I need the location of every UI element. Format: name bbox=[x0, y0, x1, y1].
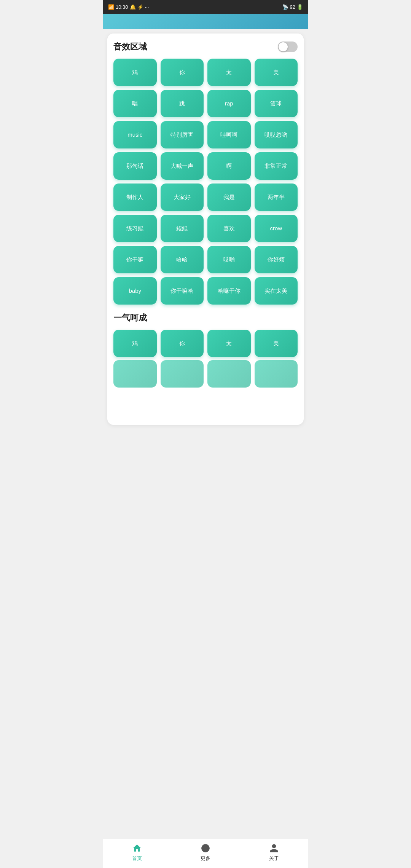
status-bar: 📶 10:30 🔔 ⚡ ··· 📡 92 🔋 bbox=[103, 0, 308, 14]
sound-btn-4[interactable]: 唱 bbox=[113, 90, 157, 117]
sound-btn-13[interactable]: 大喊一声 bbox=[161, 152, 204, 180]
combo-section-title: 一气呵成 bbox=[113, 312, 298, 324]
sound-btn-3[interactable]: 美 bbox=[255, 59, 298, 86]
sound-btn-29[interactable]: 实在太美 bbox=[255, 277, 298, 305]
combo-btn-partial-2 bbox=[207, 360, 251, 388]
sound-btn-18[interactable]: 我是 bbox=[207, 183, 251, 211]
sound-buttons-grid: 鸡 你 太 美 唱 跳 rap 篮球 music 特别厉害 哇呵呵 哎哎忽哟 那… bbox=[113, 59, 298, 305]
sound-btn-20[interactable]: 练习鲲 bbox=[113, 215, 157, 242]
combo-buttons-grid: 鸡 你 太 美 bbox=[113, 330, 298, 357]
battery-level: 92 bbox=[290, 4, 295, 10]
nav-about-label: 关于 bbox=[269, 855, 279, 862]
sound-btn-12[interactable]: 那句话 bbox=[113, 152, 157, 180]
sound-btn-15[interactable]: 非常正常 bbox=[255, 152, 298, 180]
nav-about[interactable]: 关于 bbox=[269, 843, 279, 862]
sound-btn-23[interactable]: 你干嘛 bbox=[113, 246, 157, 273]
sound-btn-21[interactable]: 鲲鲲 bbox=[161, 215, 204, 242]
sound-btn-11[interactable]: 哎哎忽哟 bbox=[255, 121, 298, 148]
sound-effects-header: 音效区域 bbox=[113, 41, 298, 53]
combo-btn-1[interactable]: 你 bbox=[161, 330, 204, 357]
more-nav-icon bbox=[200, 843, 211, 854]
nav-more[interactable]: 更多 bbox=[200, 843, 211, 862]
sound-btn-19[interactable]: 两年半 bbox=[255, 183, 298, 211]
combo-btn-partial-0 bbox=[113, 360, 157, 388]
sound-btn-0[interactable]: 鸡 bbox=[113, 59, 157, 86]
sound-btn-5[interactable]: 跳 bbox=[161, 90, 204, 117]
sound-btn-7[interactable]: 篮球 bbox=[255, 90, 298, 117]
sound-btn-24[interactable]: 哈哈 bbox=[161, 246, 204, 273]
sound-btn-22[interactable]: 喜欢 bbox=[207, 215, 251, 242]
sound-effects-title: 音效区域 bbox=[113, 41, 147, 53]
combo-partial-row bbox=[113, 360, 298, 388]
more-icon: ··· bbox=[145, 4, 149, 10]
notification-icon: 🔔 bbox=[130, 4, 136, 10]
svg-rect-1 bbox=[206, 846, 207, 850]
time-display: 10:30 bbox=[116, 4, 128, 10]
sound-btn-1[interactable]: 你 bbox=[161, 59, 204, 86]
sound-btn-17[interactable]: 大家好 bbox=[161, 183, 204, 211]
sound-btn-28[interactable]: 哈嘛干你 bbox=[207, 277, 251, 305]
combo-btn-2[interactable]: 太 bbox=[207, 330, 251, 357]
svg-rect-0 bbox=[204, 846, 205, 850]
nav-home-label: 首页 bbox=[132, 855, 142, 862]
combo-btn-3[interactable]: 美 bbox=[255, 330, 298, 357]
sound-btn-2[interactable]: 太 bbox=[207, 59, 251, 86]
sound-btn-14[interactable]: 啊 bbox=[207, 152, 251, 180]
sound-btn-25[interactable]: 哎哟 bbox=[207, 246, 251, 273]
nav-more-label: 更多 bbox=[201, 855, 210, 862]
usb-icon: ⚡ bbox=[137, 4, 143, 10]
sound-btn-9[interactable]: 特别厉害 bbox=[161, 121, 204, 148]
sound-btn-10[interactable]: 哇呵呵 bbox=[207, 121, 251, 148]
sound-btn-baby[interactable]: baby bbox=[113, 277, 157, 305]
top-banner bbox=[103, 14, 308, 29]
wifi-icon: 📡 bbox=[282, 4, 288, 10]
combo-btn-partial-3 bbox=[255, 360, 298, 388]
signal-icon: 📶 bbox=[108, 4, 114, 10]
combo-btn-partial-1 bbox=[161, 360, 204, 388]
battery-icon: 🔋 bbox=[297, 4, 303, 10]
sound-btn-16[interactable]: 制作人 bbox=[113, 183, 157, 211]
nav-home[interactable]: 首页 bbox=[132, 843, 142, 862]
home-icon bbox=[132, 843, 142, 854]
sound-btn-8[interactable]: music bbox=[113, 121, 157, 148]
sound-btn-26[interactable]: 你好烦 bbox=[255, 246, 298, 273]
about-icon bbox=[269, 843, 279, 854]
sound-toggle[interactable] bbox=[278, 41, 298, 52]
sound-btn-6[interactable]: rap bbox=[207, 90, 251, 117]
combo-btn-0[interactable]: 鸡 bbox=[113, 330, 157, 357]
bottom-nav: 首页 更多 关于 bbox=[103, 839, 308, 868]
sound-btn-27[interactable]: 你干嘛哈 bbox=[161, 277, 204, 305]
main-card: 音效区域 鸡 你 太 美 唱 跳 rap 篮球 music 特别厉害 哇呵呵 哎… bbox=[107, 34, 304, 425]
sound-btn-crow[interactable]: crow bbox=[255, 215, 298, 242]
